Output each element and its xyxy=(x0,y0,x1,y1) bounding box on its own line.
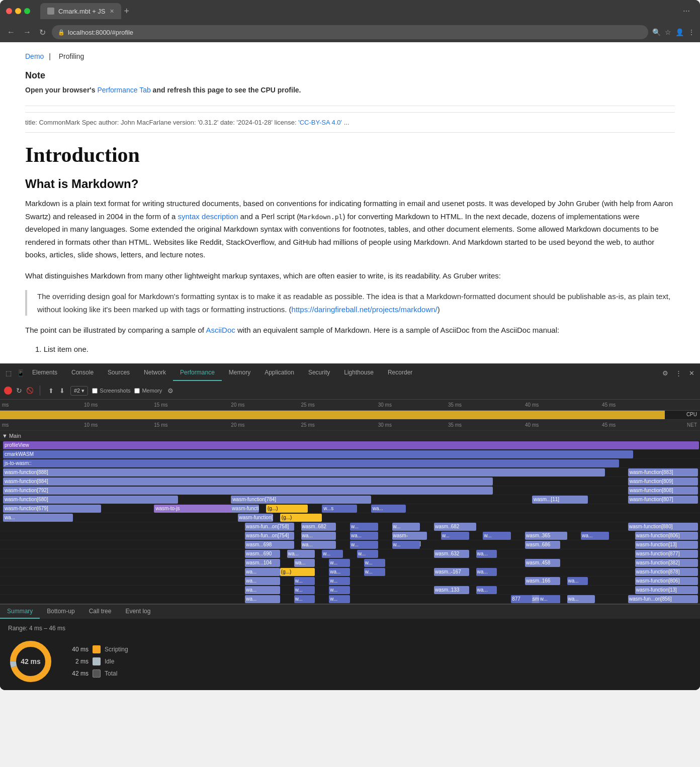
forward-button[interactable]: → xyxy=(21,26,33,39)
flame-bar-13b: wasm-function[13] xyxy=(635,586,698,594)
tab-performance[interactable]: Performance xyxy=(173,365,222,381)
cpu-track: CPU xyxy=(0,411,700,420)
menu-icon[interactable]: ⋮ xyxy=(688,28,695,36)
flame-row-792: wasm-function[792] wasm-function[808] xyxy=(0,486,700,495)
asciidoc-link[interactable]: AsciiDoc xyxy=(206,326,235,334)
flame-bar-wj: w... xyxy=(329,559,350,567)
close-tab-icon[interactable]: ✕ xyxy=(110,8,114,15)
paragraph-3: The point can be illustrated by comparin… xyxy=(25,324,675,337)
legend-idle: 2 ms Idle xyxy=(68,657,128,665)
ruler-25ms: 25 ms xyxy=(301,402,315,408)
bookmark-icon[interactable]: ☆ xyxy=(665,28,671,36)
flame-bar-878: wasm-function[878] xyxy=(635,568,698,576)
flame-bar-888-right: wasm-function[883] xyxy=(628,468,698,476)
browser-tab[interactable]: Cmark.mbt + JS ✕ xyxy=(40,3,121,19)
flame-bar-wm: w... xyxy=(364,568,385,576)
traffic-lights xyxy=(6,8,30,14)
tab-sources[interactable]: Sources xyxy=(101,365,137,381)
flame-bar-877: wasm-function[877] xyxy=(635,550,698,558)
flame-bar-wp: w... xyxy=(329,577,350,585)
flame-bar-680: wasm-function[680] xyxy=(3,496,178,504)
tab-application[interactable]: Application xyxy=(257,365,301,381)
license-link[interactable]: 'CC-BY-SA 4.0' xyxy=(298,119,342,126)
devtools-toolbar: ↻ 🚫 ⬆ ⬇ #2 ▾ Screenshots Memory ⚙ xyxy=(0,382,700,400)
settings-icon[interactable]: ⚙ xyxy=(661,368,670,377)
tab-summary[interactable]: Summary xyxy=(0,605,40,619)
flame-row-679: wasm-function[679] wasm-to-js (g...) w..… xyxy=(0,504,700,513)
flame-bar-wb: w... xyxy=(350,523,378,531)
flame-bar-we: wa... xyxy=(581,532,609,540)
flame-bar-wl: wa... xyxy=(329,568,350,576)
back-button[interactable]: ← xyxy=(5,26,17,39)
browser-titlebar: Cmark.mbt + JS ✕ + ⋯ xyxy=(0,0,700,22)
upload-download-group: ⬆ ⬇ xyxy=(46,386,66,395)
tab-security[interactable]: Security xyxy=(301,365,337,381)
flame-bar-13: wasm-function[13] xyxy=(635,541,698,549)
summary-panel: Range: 4 ms – 46 ms 42 ms xyxy=(0,619,700,690)
device-toggle-icon[interactable]: 📱 xyxy=(16,368,25,377)
tab-memory[interactable]: Memory xyxy=(222,365,257,381)
flame-row-multi6: wa... (g...) wa... w... wasm..-167 wa...… xyxy=(0,567,700,577)
page-content: Demo | Profiling Note Open your browser'… xyxy=(0,42,700,363)
record-button[interactable] xyxy=(4,387,12,395)
flame-bar-wa6: wa... xyxy=(287,550,315,558)
close-devtools-icon[interactable]: ✕ xyxy=(687,368,696,377)
idle-label: Idle xyxy=(105,658,114,665)
address-bar[interactable]: 🔒 localhost:8000/#profile xyxy=(52,25,648,39)
legend-scripting: 40 ms Scripting xyxy=(68,645,128,653)
flame-bar-382: wasm-function[382] xyxy=(635,559,698,567)
flame-bar-g2: (g...) xyxy=(280,514,322,522)
cpu-bar xyxy=(0,411,665,419)
donut-value-label: 42 ms xyxy=(21,657,41,665)
elements-icon[interactable]: ⬚ xyxy=(4,368,13,377)
gear-icon[interactable]: ⚙ xyxy=(166,386,175,395)
tab-console[interactable]: Console xyxy=(64,365,101,381)
devtools-bottom-tabs: Summary Bottom-up Call tree Event log xyxy=(0,604,700,619)
search-icon[interactable]: 🔍 xyxy=(652,28,661,36)
more-icon[interactable]: ⋮ xyxy=(674,368,683,377)
close-button[interactable] xyxy=(6,8,12,14)
memory-checkbox[interactable] xyxy=(134,388,140,394)
reload-profiling-button[interactable]: ↻ xyxy=(16,387,22,395)
tab-bottom-up[interactable]: Bottom-up xyxy=(40,605,81,619)
scripting-color xyxy=(93,645,101,653)
flame-row-680: wasm-function[680] wasm-function[784] wa… xyxy=(0,495,700,504)
flame-row-888: wasm-function[888] wasm-function[883] xyxy=(0,468,700,477)
net-40ms: 40 ms xyxy=(525,422,539,428)
selector-dropdown[interactable]: #2 ▾ xyxy=(70,386,88,396)
tab-call-tree[interactable]: Call tree xyxy=(82,605,119,619)
flame-bar-wc2: w... xyxy=(441,532,469,540)
daringfireball-link[interactable]: https://daringfireball.net/projects/mark… xyxy=(292,305,438,314)
memory-checkbox-label[interactable]: Memory xyxy=(134,388,162,394)
note-title: Note xyxy=(25,70,675,81)
syntax-description-link[interactable]: syntax description xyxy=(178,212,238,221)
download-icon[interactable]: ⬇ xyxy=(57,386,66,395)
flame-bar-wn: wa... xyxy=(476,568,497,576)
screenshots-checkbox[interactable] xyxy=(92,388,98,394)
new-tab-button[interactable]: + xyxy=(124,6,130,17)
screenshots-checkbox-label[interactable]: Screenshots xyxy=(92,388,130,394)
profile-icon[interactable]: 👤 xyxy=(675,28,684,36)
tab-event-log[interactable]: Event log xyxy=(118,605,157,619)
idle-color xyxy=(93,657,101,665)
tab-lighthouse[interactable]: Lighthouse xyxy=(337,365,381,381)
range-label: Range: 4 ms – 46 ms xyxy=(8,625,692,632)
performance-tab-link[interactable]: Performance Tab xyxy=(97,86,150,94)
page-heading-2: What is Markdown? xyxy=(25,177,675,191)
profiling-label: Profiling xyxy=(59,52,84,60)
demo-link[interactable]: Demo xyxy=(25,52,44,60)
breadcrumb: Demo | Profiling xyxy=(25,52,675,60)
tab-elements[interactable]: Elements xyxy=(25,365,64,381)
flame-bar-wa: wa... xyxy=(371,505,406,513)
maximize-button[interactable] xyxy=(24,8,30,14)
url-text: localhost:8000/#profile xyxy=(68,29,133,36)
tab-recorder[interactable]: Recorder xyxy=(381,365,419,381)
upload-icon[interactable]: ⬆ xyxy=(46,386,55,395)
flame-bar-686: wasm..686 xyxy=(525,541,560,549)
tab-network[interactable]: Network xyxy=(137,365,173,381)
reload-button[interactable]: ↻ xyxy=(37,26,48,39)
clear-button[interactable]: 🚫 xyxy=(26,387,34,394)
flame-bar-on754b: wasm-fun...on[754] xyxy=(392,532,427,540)
minimize-button[interactable] xyxy=(15,8,21,14)
cpu-label: CPU xyxy=(686,412,697,417)
